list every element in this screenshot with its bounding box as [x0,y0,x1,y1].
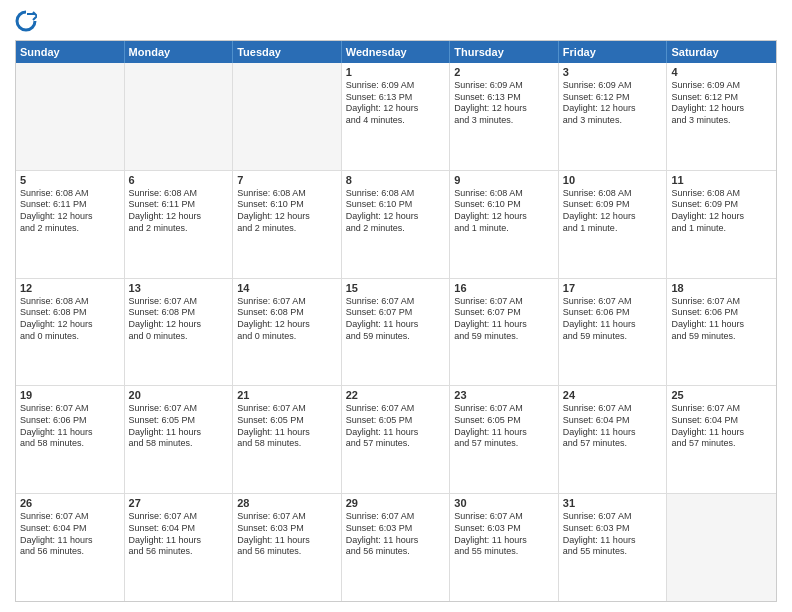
header-day-thursday: Thursday [450,41,559,63]
calendar-cell-3-0: 19Sunrise: 6:07 AMSunset: 6:06 PMDayligh… [16,386,125,493]
cell-text-line: Sunrise: 6:07 AM [346,403,446,415]
cell-text-line: Sunset: 6:12 PM [671,92,772,104]
day-number: 2 [454,66,554,78]
cell-text-line: Sunrise: 6:08 AM [20,188,120,200]
day-number: 29 [346,497,446,509]
calendar-cell-0-2 [233,63,342,170]
cell-text-line: Sunset: 6:03 PM [454,523,554,535]
cell-text-line: Daylight: 12 hours [346,103,446,115]
cell-text-line: Sunrise: 6:07 AM [454,296,554,308]
cell-text-line: Sunset: 6:04 PM [129,523,229,535]
cell-text-line: Sunrise: 6:08 AM [129,188,229,200]
calendar-cell-3-1: 20Sunrise: 6:07 AMSunset: 6:05 PMDayligh… [125,386,234,493]
day-number: 23 [454,389,554,401]
cell-text-line: and 56 minutes. [129,546,229,558]
calendar-row-1: 5Sunrise: 6:08 AMSunset: 6:11 PMDaylight… [16,171,776,279]
cell-text-line: Daylight: 11 hours [20,427,120,439]
calendar-cell-4-0: 26Sunrise: 6:07 AMSunset: 6:04 PMDayligh… [16,494,125,601]
cell-text-line: and 0 minutes. [129,331,229,343]
day-number: 13 [129,282,229,294]
cell-text-line: Sunset: 6:06 PM [563,307,663,319]
cell-text-line: Sunrise: 6:08 AM [237,188,337,200]
cell-text-line: Daylight: 11 hours [671,319,772,331]
calendar-cell-2-1: 13Sunrise: 6:07 AMSunset: 6:08 PMDayligh… [125,279,234,386]
day-number: 5 [20,174,120,186]
calendar-cell-2-4: 16Sunrise: 6:07 AMSunset: 6:07 PMDayligh… [450,279,559,386]
cell-text-line: Sunset: 6:04 PM [563,415,663,427]
cell-text-line: and 55 minutes. [454,546,554,558]
day-number: 19 [20,389,120,401]
day-number: 6 [129,174,229,186]
calendar-cell-1-4: 9Sunrise: 6:08 AMSunset: 6:10 PMDaylight… [450,171,559,278]
cell-text-line: Daylight: 12 hours [454,211,554,223]
day-number: 10 [563,174,663,186]
cell-text-line: Daylight: 12 hours [671,211,772,223]
cell-text-line: Sunset: 6:10 PM [237,199,337,211]
calendar-cell-3-6: 25Sunrise: 6:07 AMSunset: 6:04 PMDayligh… [667,386,776,493]
calendar-cell-3-5: 24Sunrise: 6:07 AMSunset: 6:04 PMDayligh… [559,386,668,493]
cell-text-line: Sunset: 6:05 PM [129,415,229,427]
day-number: 21 [237,389,337,401]
header-day-sunday: Sunday [16,41,125,63]
cell-text-line: Sunset: 6:12 PM [563,92,663,104]
cell-text-line: Sunrise: 6:07 AM [563,403,663,415]
cell-text-line: Sunrise: 6:08 AM [20,296,120,308]
calendar-cell-4-2: 28Sunrise: 6:07 AMSunset: 6:03 PMDayligh… [233,494,342,601]
day-number: 15 [346,282,446,294]
cell-text-line: Sunrise: 6:07 AM [454,511,554,523]
cell-text-line: and 59 minutes. [454,331,554,343]
cell-text-line: Sunrise: 6:07 AM [671,296,772,308]
cell-text-line: Sunset: 6:07 PM [454,307,554,319]
cell-text-line: Sunrise: 6:08 AM [563,188,663,200]
cell-text-line: Daylight: 11 hours [563,535,663,547]
day-number: 30 [454,497,554,509]
day-number: 24 [563,389,663,401]
day-number: 12 [20,282,120,294]
calendar-cell-1-1: 6Sunrise: 6:08 AMSunset: 6:11 PMDaylight… [125,171,234,278]
calendar-body: 1Sunrise: 6:09 AMSunset: 6:13 PMDaylight… [16,63,776,601]
cell-text-line: and 56 minutes. [237,546,337,558]
calendar-cell-4-1: 27Sunrise: 6:07 AMSunset: 6:04 PMDayligh… [125,494,234,601]
cell-text-line: Daylight: 12 hours [129,211,229,223]
header-day-saturday: Saturday [667,41,776,63]
day-number: 3 [563,66,663,78]
day-number: 11 [671,174,772,186]
cell-text-line: Sunset: 6:03 PM [563,523,663,535]
cell-text-line: Daylight: 12 hours [454,103,554,115]
cell-text-line: Daylight: 12 hours [20,319,120,331]
cell-text-line: Sunrise: 6:07 AM [20,403,120,415]
cell-text-line: Sunrise: 6:09 AM [671,80,772,92]
header-day-monday: Monday [125,41,234,63]
day-number: 8 [346,174,446,186]
calendar-cell-1-2: 7Sunrise: 6:08 AMSunset: 6:10 PMDaylight… [233,171,342,278]
cell-text-line: Sunrise: 6:07 AM [237,511,337,523]
cell-text-line: Daylight: 12 hours [20,211,120,223]
calendar-row-2: 12Sunrise: 6:08 AMSunset: 6:08 PMDayligh… [16,279,776,387]
cell-text-line: Sunrise: 6:07 AM [563,296,663,308]
cell-text-line: Sunset: 6:05 PM [454,415,554,427]
cell-text-line: Daylight: 11 hours [237,535,337,547]
cell-text-line: and 0 minutes. [237,331,337,343]
cell-text-line: Sunrise: 6:07 AM [129,403,229,415]
cell-text-line: and 56 minutes. [20,546,120,558]
logo-icon [15,10,37,32]
calendar-cell-2-5: 17Sunrise: 6:07 AMSunset: 6:06 PMDayligh… [559,279,668,386]
calendar-cell-0-6: 4Sunrise: 6:09 AMSunset: 6:12 PMDaylight… [667,63,776,170]
cell-text-line: Sunset: 6:05 PM [237,415,337,427]
cell-text-line: Sunset: 6:10 PM [346,199,446,211]
cell-text-line: Daylight: 11 hours [454,535,554,547]
cell-text-line: and 0 minutes. [20,331,120,343]
cell-text-line: and 56 minutes. [346,546,446,558]
cell-text-line: and 2 minutes. [129,223,229,235]
cell-text-line: and 4 minutes. [346,115,446,127]
cell-text-line: Sunset: 6:09 PM [671,199,772,211]
cell-text-line: and 59 minutes. [563,331,663,343]
cell-text-line: Sunset: 6:11 PM [129,199,229,211]
cell-text-line: Sunset: 6:11 PM [20,199,120,211]
cell-text-line: Daylight: 11 hours [671,427,772,439]
cell-text-line: Daylight: 12 hours [346,211,446,223]
cell-text-line: and 57 minutes. [454,438,554,450]
cell-text-line: and 57 minutes. [563,438,663,450]
header-day-friday: Friday [559,41,668,63]
cell-text-line: Sunrise: 6:09 AM [454,80,554,92]
